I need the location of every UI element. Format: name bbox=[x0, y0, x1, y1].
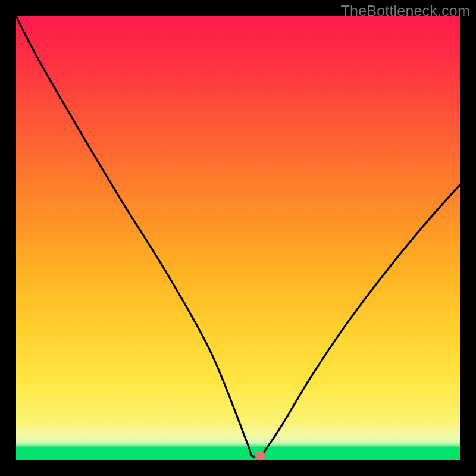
plot-area bbox=[16, 16, 460, 460]
optimal-point-marker bbox=[255, 452, 265, 460]
bottleneck-curve bbox=[16, 16, 460, 460]
watermark-label: TheBottleneck.com bbox=[341, 2, 470, 20]
chart-frame: TheBottleneck.com bbox=[0, 0, 476, 476]
